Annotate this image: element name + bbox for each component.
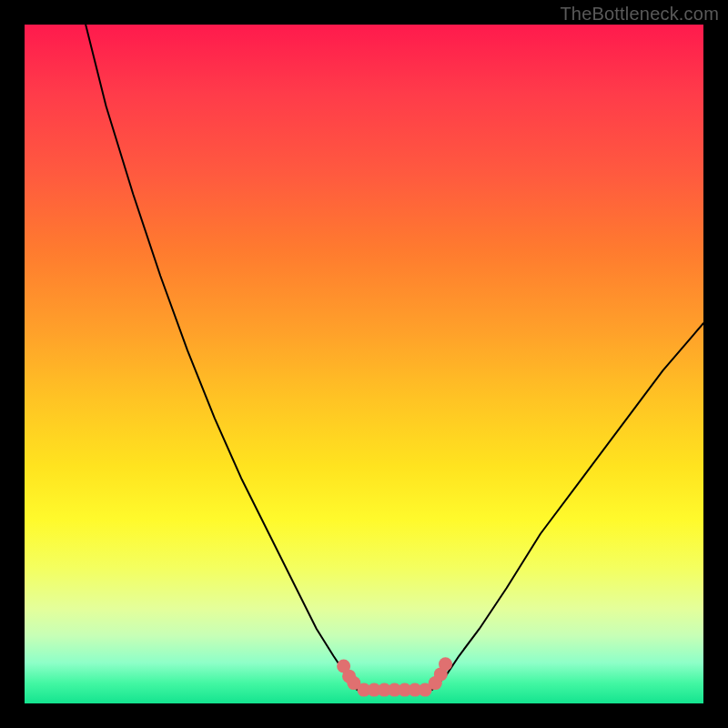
series-left-curve bbox=[86, 25, 357, 690]
chart-frame: TheBottleneck.com bbox=[0, 0, 728, 728]
valley-dot bbox=[439, 657, 452, 671]
plot-area bbox=[25, 25, 703, 703]
chart-svg bbox=[25, 25, 703, 703]
marker-group bbox=[337, 657, 452, 696]
series-group bbox=[86, 25, 703, 690]
watermark-label: TheBottleneck.com bbox=[560, 4, 719, 25]
series-right-curve bbox=[432, 323, 703, 690]
